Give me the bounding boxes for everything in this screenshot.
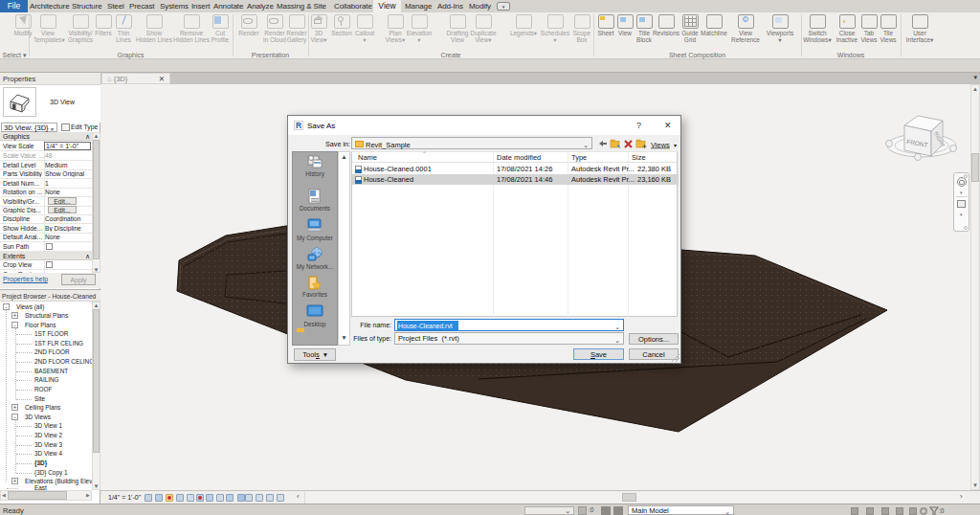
svg-text:Views: Views [651, 141, 670, 149]
